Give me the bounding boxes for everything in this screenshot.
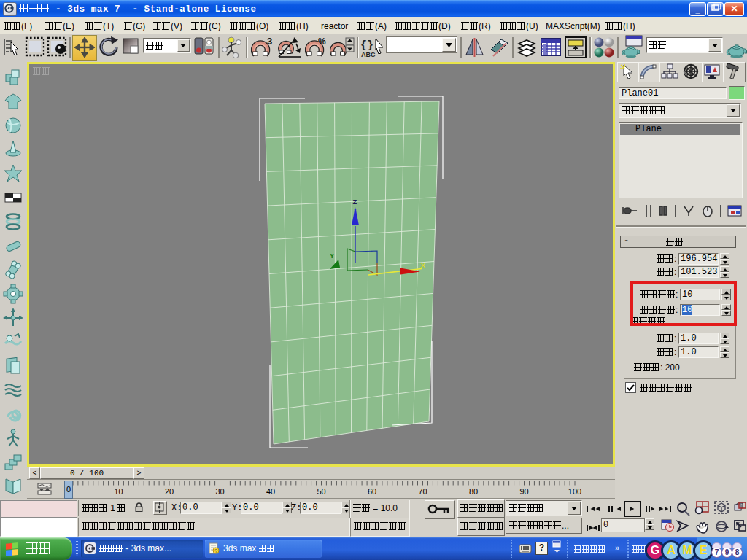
svg-text:X: X xyxy=(421,261,426,269)
svg-text:Z: Z xyxy=(353,198,357,206)
svg-text:60: 60 xyxy=(368,487,376,496)
svg-text:Y: Y xyxy=(330,252,335,260)
svg-text:100: 100 xyxy=(568,487,581,496)
svg-text:ABC: ABC xyxy=(361,51,376,58)
svg-text:80: 80 xyxy=(469,487,478,496)
svg-text:90: 90 xyxy=(519,487,528,496)
svg-text:10: 10 xyxy=(114,487,123,496)
svg-text:20: 20 xyxy=(165,487,174,496)
svg-text:{}: {} xyxy=(360,39,374,52)
svg-text:3: 3 xyxy=(267,36,272,47)
svg-text:%: % xyxy=(318,36,326,47)
svg-text:?: ? xyxy=(214,548,217,553)
svg-text:70: 70 xyxy=(418,487,427,496)
svg-text:50: 50 xyxy=(317,487,325,496)
svg-text:40: 40 xyxy=(266,487,275,496)
svg-text:30: 30 xyxy=(215,487,224,496)
